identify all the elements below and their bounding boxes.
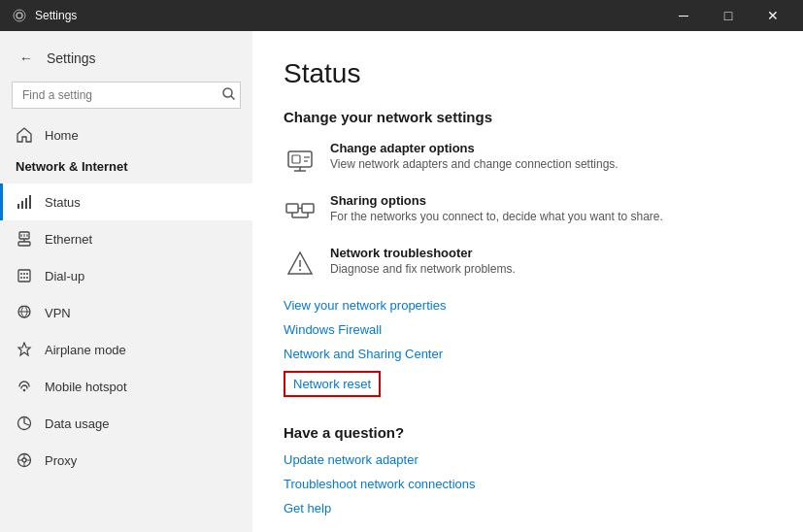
troubleshooter-desc: Diagnose and fix network problems. [330, 262, 516, 276]
svg-rect-36 [286, 204, 298, 213]
svg-rect-5 [21, 201, 23, 209]
sidebar-item-home[interactable]: Home [0, 116, 252, 153]
title-bar: Settings ─ □ ✕ [0, 0, 803, 31]
svg-point-2 [223, 88, 232, 97]
vpn-icon [16, 304, 33, 321]
back-arrow-icon: ← [19, 50, 33, 66]
sidebar-item-ethernet[interactable]: Ethernet [0, 220, 252, 257]
sidebar: ← Settings Home Network & Internet [0, 31, 252, 532]
link-network-reset[interactable]: Network reset [293, 377, 371, 391]
settings-window-icon [12, 8, 27, 23]
svg-point-18 [20, 277, 22, 279]
svg-rect-14 [18, 270, 30, 282]
maximize-button[interactable]: □ [706, 0, 751, 31]
sidebar-item-status-label: Status [45, 195, 81, 210]
main-panel: Status Change your network settings Chan… [252, 31, 803, 532]
adapter-title: Change adapter options [330, 141, 619, 155]
svg-point-15 [20, 273, 22, 275]
svg-point-19 [23, 277, 25, 279]
title-bar-controls: ─ □ ✕ [661, 0, 795, 31]
ethernet-icon [16, 230, 33, 248]
home-icon [16, 126, 33, 144]
setting-item-adapter[interactable]: Change adapter options View network adap… [284, 141, 772, 176]
page-title: Status [284, 58, 772, 89]
search-input[interactable] [12, 82, 241, 109]
network-reset-box: Network reset [284, 371, 381, 397]
minimize-button[interactable]: ─ [661, 0, 706, 31]
close-button[interactable]: ✕ [751, 0, 795, 31]
sidebar-app-title: Settings [47, 50, 96, 66]
troubleshooter-text: Network troubleshooter Diagnose and fix … [330, 246, 516, 276]
link-troubleshoot-connections[interactable]: Troubleshoot network connections [284, 477, 772, 491]
search-button[interactable] [222, 87, 235, 103]
dialup-icon [16, 267, 33, 284]
sidebar-item-status[interactable]: Status [0, 183, 252, 220]
svg-line-3 [231, 96, 235, 100]
sidebar-item-dialup-label: Dial-up [45, 269, 84, 283]
setting-item-troubleshooter[interactable]: Network troubleshooter Diagnose and fix … [284, 246, 772, 281]
sidebar-section-title: Network & Internet [0, 153, 252, 183]
svg-point-0 [17, 13, 22, 18]
airplane-icon [16, 341, 33, 358]
sidebar-item-datausage-label: Data usage [45, 416, 110, 431]
svg-rect-4 [17, 204, 19, 209]
link-network-properties[interactable]: View your network properties [284, 298, 772, 313]
svg-rect-37 [302, 204, 314, 213]
sidebar-item-airplane-label: Airplane mode [45, 343, 126, 357]
sidebar-item-proxy[interactable]: Proxy [0, 442, 252, 479]
svg-rect-6 [25, 198, 27, 209]
hotspot-icon [16, 378, 33, 395]
link-windows-firewall[interactable]: Windows Firewall [284, 322, 772, 337]
sidebar-item-home-label: Home [45, 128, 79, 143]
title-bar-title: Settings [35, 9, 77, 22]
have-question-heading: Have a question? [284, 424, 772, 441]
sharing-desc: For the networks you connect to, decide … [330, 210, 663, 223]
svg-point-1 [14, 10, 25, 21]
title-bar-left: Settings [12, 8, 77, 23]
adapter-desc: View network adapters and change connect… [330, 157, 619, 171]
datausage-icon [16, 415, 33, 432]
sharing-icon [284, 195, 317, 228]
svg-point-16 [23, 273, 25, 275]
sharing-text: Sharing options For the networks you con… [330, 193, 663, 223]
sidebar-item-hotspot[interactable]: Mobile hotspot [0, 368, 252, 405]
sidebar-item-dialup[interactable]: Dial-up [0, 257, 252, 294]
app-body: ← Settings Home Network & Internet [0, 31, 803, 532]
back-button[interactable]: ← [16, 47, 37, 70]
sidebar-header: ← Settings [0, 31, 252, 78]
proxy-icon [16, 451, 33, 469]
adapter-icon [284, 143, 317, 176]
svg-rect-7 [29, 195, 31, 209]
sidebar-item-ethernet-label: Ethernet [45, 232, 92, 247]
svg-point-20 [26, 277, 28, 279]
link-network-sharing-center[interactable]: Network and Sharing Center [284, 347, 772, 361]
setting-item-sharing[interactable]: Sharing options For the networks you con… [284, 193, 772, 228]
link-get-help[interactable]: Get help [284, 501, 772, 515]
sidebar-item-hotspot-label: Mobile hotspot [45, 380, 127, 394]
troubleshooter-title: Network troubleshooter [330, 246, 516, 260]
link-update-adapter[interactable]: Update network adapter [284, 452, 772, 467]
svg-point-17 [26, 273, 28, 275]
svg-point-43 [299, 269, 301, 271]
svg-rect-31 [292, 155, 300, 163]
sharing-title: Sharing options [330, 193, 663, 208]
sidebar-item-proxy-label: Proxy [45, 453, 77, 468]
sidebar-item-airplane[interactable]: Airplane mode [0, 331, 252, 368]
sidebar-item-vpn-label: VPN [45, 306, 71, 320]
change-network-heading: Change your network settings [284, 109, 772, 125]
svg-point-25 [22, 458, 26, 462]
sidebar-item-datausage[interactable]: Data usage [0, 405, 252, 442]
status-icon [16, 193, 33, 211]
svg-point-22 [23, 389, 26, 392]
have-question-section: Have a question? Update network adapter … [284, 424, 772, 515]
sidebar-item-vpn[interactable]: VPN [0, 294, 252, 331]
svg-rect-10 [18, 242, 30, 246]
adapter-text: Change adapter options View network adap… [330, 141, 619, 171]
search-box [12, 82, 241, 109]
troubleshooter-icon [284, 248, 317, 281]
